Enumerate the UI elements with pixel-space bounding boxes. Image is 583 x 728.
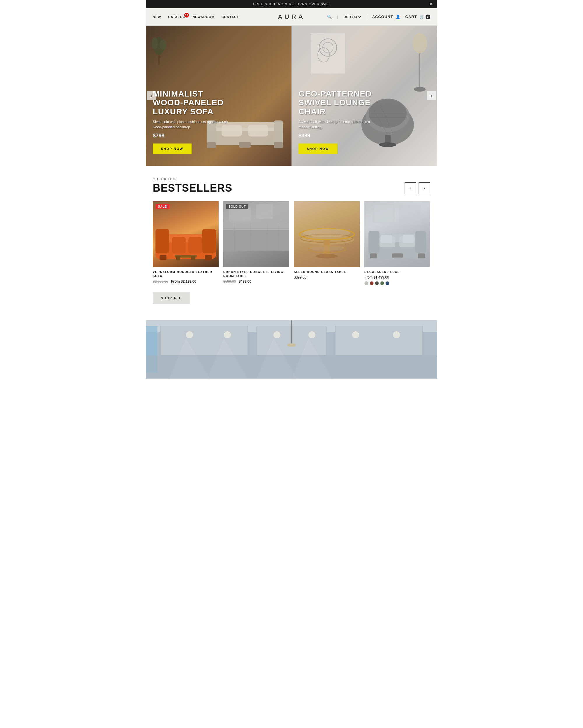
currency-selector[interactable]: USD ($) EUR (€) (342, 15, 362, 19)
bottom-showcase (146, 320, 437, 379)
showcase-ceiling-svg (146, 320, 437, 379)
svg-rect-89 (146, 355, 437, 379)
product-4-price-prefix: From (364, 275, 372, 280)
hero-next-button[interactable]: › (427, 91, 436, 100)
svg-point-60 (303, 228, 350, 237)
product-card-4[interactable]: REGALSUEDE LUXE From $1,499.00 (364, 201, 430, 285)
color-swatches-4 (364, 281, 430, 285)
swatch-4[interactable] (380, 281, 384, 285)
svg-rect-67 (370, 254, 377, 258)
product-1-original-price: $2,999.00 (153, 280, 168, 284)
nav-new[interactable]: NEW (153, 15, 161, 19)
plant-deco (151, 31, 166, 67)
slide-1-content: MINIMALIST WOOD-PANELED LUXURY SOFA Slee… (153, 89, 234, 154)
wall-art-deco (309, 31, 347, 75)
product-2-original-price: $599.00 (223, 280, 236, 284)
slide-2-price: $399 (299, 133, 380, 139)
svg-point-58 (316, 254, 338, 258)
product-4-price: From $1,499.00 (364, 275, 430, 280)
product-card-3[interactable]: SLEEK ROUND GLASS TABLE $399.00 (294, 201, 360, 285)
showcase-ceiling (146, 320, 437, 379)
carousel-prev-button[interactable]: ‹ (405, 182, 416, 194)
bestsellers-section: CHECK OUR BESTSELLERS ‹ › (146, 166, 437, 320)
slide-1-title: MINIMALIST WOOD-PANELED LUXURY SOFA (153, 89, 234, 116)
product-2-table-svg (223, 201, 289, 267)
product-3-single-price: $399.00 (294, 275, 306, 280)
svg-rect-36 (172, 237, 186, 254)
slide-1-price: $798 (153, 133, 234, 139)
catalog-badge: 37 (184, 13, 189, 18)
svg-rect-66 (415, 231, 426, 253)
product-1-badge: SALE (156, 204, 169, 209)
svg-rect-20 (419, 53, 420, 88)
nav-catalog[interactable]: CATALOG 37 (168, 15, 186, 19)
product-2-badge: SOLD OUT (226, 204, 248, 209)
section-label: CHECK OUR (153, 177, 430, 181)
svg-rect-75 (374, 205, 393, 222)
slide-1-description: Sleek sofa with plush cushions set again… (153, 119, 234, 130)
product-card-1[interactable]: SALE VERSAFORM MODULAR LEATHER SOFA $2,9… (153, 201, 219, 285)
svg-rect-7 (274, 142, 283, 148)
svg-point-62 (309, 245, 344, 251)
product-2-sale-price: $499.00 (239, 280, 251, 284)
svg-rect-35 (202, 229, 216, 254)
svg-rect-73 (403, 235, 414, 243)
carousel-next-button[interactable]: › (419, 182, 430, 194)
swatch-1[interactable] (364, 281, 368, 285)
hero-slide-2: GEO-PATTERNED SWIVEL LOUNGE CHAIR Swivel… (292, 26, 437, 166)
swatch-2[interactable] (370, 281, 374, 285)
svg-point-31 (379, 142, 396, 147)
swatch-3[interactable] (375, 281, 379, 285)
svg-rect-37 (188, 237, 202, 254)
announcement-bar: FREE SHIPPING & RETURNS OVER $500 ✕ (146, 0, 437, 8)
section-title: BESTSELLERS (153, 182, 232, 194)
slide-2-cta[interactable]: SHOP NOW (299, 144, 337, 154)
product-1-name: VERSAFORM MODULAR LEATHER SOFA (153, 270, 219, 278)
account-icon[interactable]: ACCOUNT 👤 (372, 15, 401, 19)
svg-point-84 (273, 331, 280, 338)
svg-rect-69 (392, 254, 403, 258)
product-4-sofa-svg (364, 201, 430, 267)
product-4-name: REGALSUEDE LUXE (364, 270, 430, 274)
svg-rect-42 (191, 256, 195, 260)
product-1-price: $2,999.00 From $2,199.00 (153, 280, 219, 284)
nav-newsroom[interactable]: NEWSROOM (192, 15, 214, 19)
svg-rect-10 (248, 125, 268, 136)
product-image-2: SOLD OUT (223, 201, 289, 267)
carousel-controls: ‹ › (405, 182, 430, 194)
product-image-1: SALE (153, 201, 219, 267)
svg-point-87 (393, 331, 400, 338)
svg-rect-8 (239, 142, 251, 148)
product-image-4 (364, 201, 430, 267)
product-2-price: $599.00 $499.00 (223, 280, 289, 284)
svg-rect-79 (160, 326, 248, 355)
slide-1-cta[interactable]: SHOP NOW (153, 144, 192, 154)
search-icon[interactable]: 🔍 (327, 15, 332, 19)
site-header: NEW CATALOG 37 NEWSROOM CONTACT AURA 🔍 |… (146, 8, 437, 26)
svg-point-83 (224, 331, 231, 338)
svg-point-91 (287, 343, 296, 347)
announcement-close[interactable]: ✕ (429, 2, 433, 6)
slide-2-content: GEO-PATTERNED SWIVEL LOUNGE CHAIR Swivel… (299, 89, 380, 154)
product-1-sale-price: From $2,199.00 (171, 280, 196, 284)
hero-slider: ‹ (146, 26, 437, 166)
nav-left: NEW CATALOG 37 NEWSROOM CONTACT (153, 15, 239, 19)
swatch-5[interactable] (385, 281, 389, 285)
svg-rect-39 (205, 255, 212, 260)
svg-rect-41 (176, 256, 180, 260)
slide-2-title: GEO-PATTERNED SWIVEL LOUNGE CHAIR (299, 89, 380, 116)
hero-prev-button[interactable]: ‹ (147, 91, 156, 100)
slide-2-description: Swivel chair with sleek geometric patter… (299, 119, 380, 130)
floor-lamp-deco (411, 31, 428, 96)
svg-rect-76 (399, 205, 421, 225)
svg-rect-38 (160, 255, 167, 260)
cart-icon[interactable]: CART 🛒 2 (405, 15, 430, 19)
nav-contact[interactable]: CONTACT (222, 15, 239, 19)
product-3-glass-table-svg (294, 201, 360, 267)
section-title-row: BESTSELLERS ‹ › (153, 182, 430, 194)
product-4-price-value: $1,499.00 (373, 275, 389, 280)
site-logo: AURA (278, 13, 305, 21)
product-card-2[interactable]: SOLD OUT URBAN STYLE CONCRETE LIVING ROO… (223, 201, 289, 285)
svg-point-85 (308, 331, 315, 338)
shop-all-button[interactable]: SHOP ALL (153, 292, 190, 304)
